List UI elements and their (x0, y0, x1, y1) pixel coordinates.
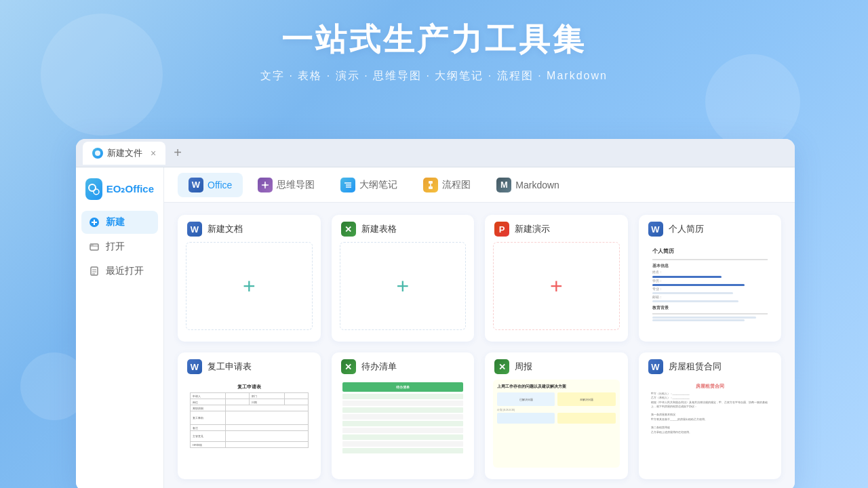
card-weekly-header: ✕ 周报 (485, 352, 628, 380)
svg-rect-21 (429, 186, 433, 189)
markdown-tab-icon: M (496, 178, 511, 192)
outline-tab-label: 大纲笔记 (359, 179, 397, 191)
card-new-doc-icon: W (187, 222, 202, 237)
card-new-ppt-header: P 新建演示 (485, 215, 628, 242)
logo-icon (85, 178, 102, 200)
browser-window: 新建文件 × + EO₂Office (76, 139, 795, 488)
fuqong-preview: 复工申请表 申请人部门 岗位日期 离职原因 复工事由 备注 主管意见 HR审核 (186, 380, 313, 468)
mindmap-tab-label: 思维导图 (277, 179, 315, 191)
add-doc-icon: + (243, 274, 256, 299)
tab-outline[interactable]: 大纲笔记 (330, 173, 408, 197)
markdown-tab-label: Markdown (515, 180, 559, 190)
card-fuqong-header: W 复工申请表 (178, 352, 321, 380)
sidebar-open-label: 打开 (106, 241, 125, 253)
card-new-sheet-header: ✕ 新建表格 (332, 215, 475, 242)
card-resume-body: 个人简历 基本信息 姓名： 学历： 专业： 邮箱： 教育背景 (647, 242, 774, 330)
tab-close-button[interactable]: × (151, 148, 156, 159)
hero-title: 一站式生产力工具集 (0, 19, 868, 61)
card-resume-title: 个人简历 (669, 223, 704, 235)
card-weekly-icon: ✕ (494, 359, 509, 374)
card-weekly[interactable]: ✕ 周报 上周工作存在的问题以及建议解决方案 已解决问题 未解决问题 计划 (8… (485, 352, 628, 479)
sidebar-item-open[interactable]: 打开 (81, 235, 158, 258)
card-new-sheet-title: 新建表格 (361, 223, 397, 235)
logo-text: EO₂Office (106, 183, 154, 195)
card-new-sheet[interactable]: ✕ 新建表格 + (332, 215, 475, 342)
hero-section: 一站式生产力工具集 文字 · 表格 · 演示 · 思维导图 · 大纲笔记 · 流… (0, 0, 868, 96)
card-todo-body: 待办清单 (340, 380, 467, 468)
card-weekly-body: 上周工作存在的问题以及建议解决方案 已解决问题 未解决问题 计划 (8.26-8… (493, 380, 620, 468)
card-contract-body: 房屋租赁合同 甲方（出租人）：_____________ 乙方（承租人）：___… (647, 380, 774, 468)
card-new-ppt-icon: P (494, 222, 509, 237)
recent-icon (88, 265, 100, 277)
card-new-ppt-body: + (493, 242, 620, 330)
sidebar-logo: EO₂Office (76, 178, 163, 211)
card-new-sheet-body: + (340, 242, 467, 330)
flowchart-tab-icon (423, 178, 438, 192)
card-new-doc[interactable]: W 新建文档 + (178, 215, 321, 342)
open-icon (88, 241, 100, 253)
tab-flowchart[interactable]: 流程图 (412, 173, 481, 197)
svg-rect-20 (429, 181, 433, 184)
sidebar-recent-label: 最近打开 (106, 265, 144, 277)
tab-favicon (92, 148, 103, 159)
hero-subtitle: 文字 · 表格 · 演示 · 思维导图 · 大纲笔记 · 流程图 · Markd… (0, 69, 868, 83)
svg-point-2 (94, 189, 99, 195)
card-todo[interactable]: ✕ 待办清单 待办清单 (332, 352, 475, 479)
add-sheet-icon: + (396, 274, 409, 299)
office-tab-label: Office (208, 180, 232, 190)
card-resume[interactable]: W 个人简历 个人简历 基本信息 姓名： 学历： 专业： (639, 215, 782, 342)
tab-add-button[interactable]: + (168, 144, 187, 163)
sidebar-new-label: 新建 (106, 216, 125, 228)
card-weekly-title: 周报 (515, 361, 532, 373)
card-fuqong-title: 复工申请表 (208, 361, 252, 373)
browser-tab-active[interactable]: 新建文件 × (83, 142, 165, 165)
office-tab-icon: W (189, 178, 203, 192)
outline-tab-icon (340, 178, 355, 192)
svg-point-0 (95, 150, 100, 156)
svg-rect-7 (90, 243, 94, 245)
card-new-sheet-icon: ✕ (341, 222, 356, 237)
mindmap-tab-icon (258, 178, 273, 192)
sidebar-item-new[interactable]: 新建 (81, 211, 158, 234)
card-todo-icon: ✕ (341, 359, 356, 374)
card-contract[interactable]: W 房屋租赁合同 房屋租赁合同 甲方（出租人）：_____________ 乙方… (639, 352, 782, 479)
sidebar-item-recent[interactable]: 最近打开 (81, 260, 158, 283)
main-content: W Office 思维导图 大纲笔记 (164, 167, 795, 488)
card-resume-icon: W (648, 222, 663, 237)
tab-mindmap[interactable]: 思维导图 (247, 173, 326, 197)
todo-preview: 待办清单 (340, 380, 467, 468)
tab-markdown[interactable]: M Markdown (486, 173, 570, 197)
card-new-doc-header: W 新建文档 (178, 215, 321, 242)
top-navigation: W Office 思维导图 大纲笔记 (164, 167, 795, 203)
add-ppt-icon: + (550, 274, 563, 299)
weekly-preview: 上周工作存在的问题以及建议解决方案 已解决问题 未解决问题 计划 (8.26-8… (493, 380, 620, 468)
card-new-ppt-title: 新建演示 (515, 223, 550, 235)
tab-bar: 新建文件 × + (76, 139, 795, 167)
card-contract-title: 房屋租赁合同 (669, 361, 722, 373)
card-resume-header: W 个人简历 (639, 215, 782, 242)
contract-preview: 房屋租赁合同 甲方（出租人）：_____________ 乙方（承租人）：___… (647, 380, 774, 468)
card-fuqong-body: 复工申请表 申请人部门 岗位日期 离职原因 复工事由 备注 主管意见 HR审核 (186, 380, 313, 468)
card-new-doc-title: 新建文档 (208, 223, 243, 235)
tab-office[interactable]: W Office (178, 173, 243, 197)
card-contract-icon: W (648, 359, 663, 374)
card-contract-header: W 房屋租赁合同 (639, 352, 782, 380)
card-grid: W 新建文档 + ✕ 新建表格 + (164, 203, 795, 488)
card-todo-title: 待办清单 (361, 361, 397, 373)
sidebar: EO₂Office 新建 打开 (76, 167, 164, 488)
sidebar-navigation: 新建 打开 最近打开 (76, 211, 163, 283)
card-fuqong-icon: W (187, 359, 202, 374)
new-icon (88, 216, 100, 228)
flowchart-tab-label: 流程图 (442, 179, 471, 191)
resume-preview: 个人简历 基本信息 姓名： 学历： 专业： 邮箱： 教育背景 (647, 242, 774, 330)
card-new-ppt[interactable]: P 新建演示 + (485, 215, 628, 342)
card-new-doc-body: + (186, 242, 313, 330)
tab-label: 新建文件 (107, 147, 142, 159)
card-fuqong[interactable]: W 复工申请表 复工申请表 申请人部门 岗位日期 离职原因 复工事由 备注 (178, 352, 321, 479)
app-layout: EO₂Office 新建 打开 (76, 167, 795, 488)
svg-point-12 (264, 184, 267, 186)
card-todo-header: ✕ 待办清单 (332, 352, 475, 380)
